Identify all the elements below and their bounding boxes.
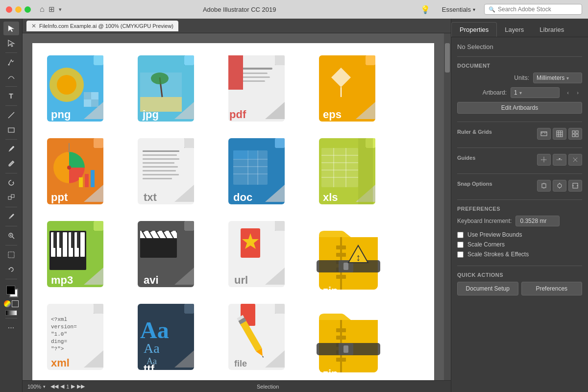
prev-artboard-arrow[interactable]: ‹ — [564, 88, 572, 97]
prev-btn[interactable]: ◀ — [60, 383, 64, 390]
gradient-swatch[interactable] — [5, 310, 17, 316]
none-icon[interactable] — [12, 300, 19, 307]
svg-rect-46 — [366, 55, 375, 65]
maximize-button[interactable] — [24, 6, 31, 13]
lightbulb-icon[interactable]: 💡 — [420, 5, 430, 14]
tab-libraries[interactable]: Libraries — [532, 23, 572, 37]
undo-tool[interactable] — [3, 263, 19, 276]
tab-layers[interactable]: Layers — [497, 23, 532, 37]
next-btn[interactable]: ▶ — [71, 383, 75, 390]
zoom-dropdown-arrow[interactable]: ▾ — [43, 384, 46, 389]
snap-icon-btn-1[interactable] — [537, 180, 551, 192]
zoom-control[interactable]: 100% ▾ — [27, 384, 46, 390]
chevron-down-icon[interactable]: ▾ — [59, 6, 62, 13]
svg-rect-73 — [143, 178, 172, 179]
search-stock-box[interactable]: 🔍 — [484, 4, 582, 15]
tab-title: FileInfo.com Example.ai @ 100% (CMYK/GPU… — [39, 23, 173, 29]
svg-text:mp3: mp3 — [51, 274, 73, 286]
curvature-tool[interactable] — [3, 70, 19, 84]
use-preview-bounds-row: Use Preview Bounds — [457, 231, 582, 238]
tab-properties[interactable]: Properties — [451, 22, 497, 37]
units-dropdown[interactable]: Millimeters ▾ — [533, 73, 582, 83]
artboard-label: Artboard: — [457, 89, 507, 96]
svg-rect-146 — [343, 263, 348, 270]
quick-actions-title: Quick Actions — [457, 272, 582, 278]
rotate-tool[interactable] — [3, 176, 19, 190]
ruler-icon-btn[interactable] — [537, 128, 551, 140]
svg-text:png: png — [51, 108, 71, 121]
keyboard-increment-input[interactable] — [515, 216, 560, 226]
type-tool[interactable]: T — [3, 89, 19, 103]
file-icon-xls: xls — [314, 136, 400, 214]
guide-icon-btn-3[interactable] — [568, 154, 582, 166]
zoom-tool[interactable] — [3, 229, 19, 243]
pen-tool[interactable] — [3, 55, 19, 69]
canvas-scroll-container: png — [23, 33, 451, 380]
file-icon-ttf: Aa Aa Aa ttf — [133, 301, 219, 379]
more-tools[interactable]: ··· — [3, 321, 19, 335]
grid-icon-btn[interactable] — [553, 128, 566, 140]
svg-rect-36 — [275, 55, 285, 65]
svg-rect-201 — [572, 134, 575, 137]
artboard-tool[interactable] — [3, 248, 19, 262]
eyedropper-tool[interactable] — [3, 210, 19, 223]
snap-icon-btn-3[interactable] — [568, 180, 582, 192]
fill-color[interactable] — [6, 286, 15, 294]
left-toolbar: T — [0, 19, 23, 392]
edit-artboards-btn[interactable]: Edit Artboards — [457, 102, 582, 114]
scale-corners-checkbox[interactable] — [457, 242, 464, 248]
tool-separator-2 — [5, 86, 17, 87]
artboard-dropdown[interactable]: 1 ▾ — [511, 87, 560, 98]
home-icon[interactable]: ⌂ — [40, 5, 45, 14]
svg-text:"?">: "?"> — [51, 346, 64, 352]
minimize-button[interactable] — [15, 6, 22, 13]
svg-rect-103 — [94, 221, 103, 231]
document-setup-btn[interactable]: Document Setup — [457, 282, 518, 295]
prev-artboard-btn[interactable]: ◀◀ — [50, 383, 58, 390]
document-tab[interactable]: ✕ FileInfo.com Example.ai @ 100% (CMYK/G… — [26, 21, 178, 31]
scale-tool[interactable] — [3, 191, 19, 204]
svg-rect-111 — [80, 232, 85, 257]
svg-rect-152 — [94, 304, 103, 314]
fill-stroke-colors[interactable] — [4, 284, 18, 297]
ruler-grid-icons — [537, 128, 582, 140]
preferences-btn[interactable]: Preferences — [521, 282, 583, 295]
svg-marker-13 — [8, 269, 10, 270]
use-preview-bounds-checkbox[interactable] — [457, 232, 464, 238]
svg-rect-4 — [8, 128, 14, 132]
rectangle-tool[interactable] — [3, 123, 19, 137]
svg-rect-68 — [143, 158, 179, 160]
scroll-thumb[interactable] — [445, 43, 450, 73]
svg-rect-22 — [91, 92, 98, 99]
essentials-button[interactable]: Essentials ▾ — [438, 4, 479, 15]
guides-section: Guides — [457, 154, 582, 166]
selection-tool[interactable] — [3, 22, 19, 35]
paintbrush-tool[interactable] — [3, 142, 19, 156]
guide-icon-btn-2[interactable] — [553, 154, 566, 166]
guide-icon-btn-1[interactable] — [537, 154, 551, 166]
canvas-area: ✕ FileInfo.com Example.ai @ 100% (CMYK/G… — [23, 19, 451, 392]
snap-icon-btn-2[interactable] — [553, 180, 566, 192]
svg-rect-140 — [336, 253, 346, 257]
svg-line-3 — [8, 112, 14, 118]
next-artboard-btn[interactable]: ▶▶ — [77, 383, 85, 390]
pencil-tool[interactable] — [3, 157, 19, 171]
titlebar-icons: ⌂ ⊞ ▾ — [40, 5, 62, 14]
search-stock-input[interactable] — [498, 6, 578, 13]
file-icon-mp3: mp3 — [42, 219, 128, 296]
pixel-grid-icon-btn[interactable] — [568, 128, 582, 140]
svg-rect-86 — [248, 150, 258, 159]
canvas-scrollbar[interactable] — [444, 33, 451, 380]
scale-strokes-checkbox[interactable] — [457, 251, 464, 258]
tab-close-btn[interactable]: ✕ — [31, 23, 36, 29]
file-icon-avi: avi — [133, 219, 219, 296]
svg-rect-143 — [336, 275, 346, 279]
guides-row: Guides — [457, 154, 582, 166]
color-icon[interactable] — [4, 300, 11, 307]
line-tool[interactable] — [3, 108, 19, 122]
direct-selection-tool[interactable] — [3, 36, 19, 50]
next-artboard-arrow[interactable]: › — [573, 88, 582, 97]
grid-icon[interactable]: ⊞ — [49, 5, 55, 14]
close-button[interactable] — [6, 6, 12, 13]
svg-point-212 — [558, 184, 562, 188]
